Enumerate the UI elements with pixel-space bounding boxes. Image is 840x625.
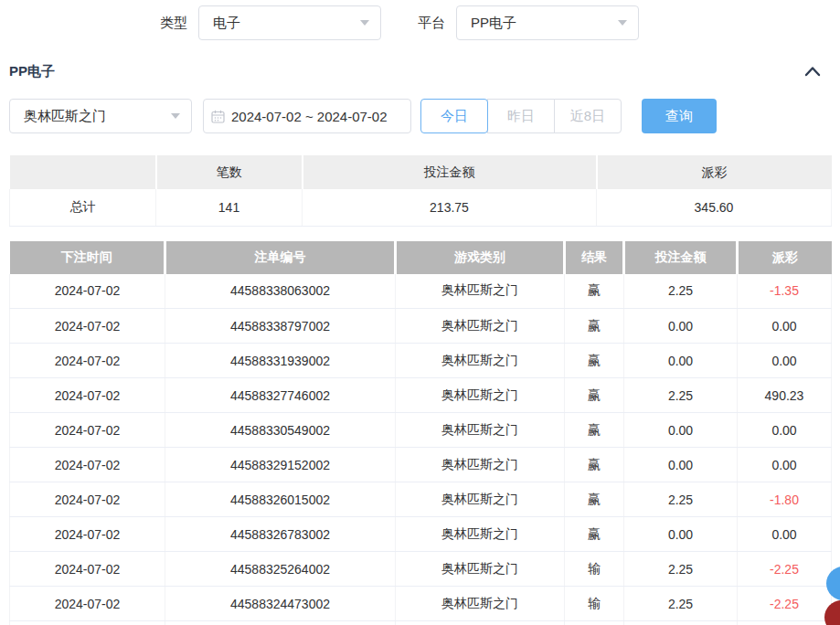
order-number-cell: 44588325264002 bbox=[165, 552, 396, 587]
order-number-cell: 44588331939002 bbox=[165, 344, 396, 378]
summary-header-payout: 派彩 bbox=[597, 155, 832, 189]
summary-total-row: 总计 141 213.75 345.60 bbox=[10, 189, 832, 226]
type-select[interactable]: 电子 bbox=[198, 5, 381, 40]
bet-time-cell: 2024-07-02 bbox=[10, 274, 165, 309]
result-cell: 赢 bbox=[565, 448, 624, 482]
chevron-down-icon bbox=[360, 20, 369, 26]
game-category-cell: 奥林匹斯之门 bbox=[396, 517, 565, 552]
section-title: PP电子 bbox=[9, 63, 55, 80]
bet-records-table: 下注时间 注单编号 游戏类别 结果 投注金额 派彩 2024-07-02 445… bbox=[9, 241, 832, 625]
result-cell: 赢 bbox=[565, 344, 624, 378]
order-number-cell bbox=[165, 621, 396, 625]
calendar-icon bbox=[211, 110, 225, 123]
summary-total-bet: 213.75 bbox=[303, 189, 597, 226]
summary-header-empty bbox=[10, 155, 156, 189]
result-cell: 输 bbox=[565, 552, 624, 587]
order-number-cell: 44588330549002 bbox=[165, 413, 396, 448]
bet-time-cell: 2024-07-02 bbox=[10, 482, 165, 517]
bet-time-cell: 2024-07-02 bbox=[10, 413, 165, 448]
game-category-cell: 奥林匹斯之门 bbox=[396, 482, 565, 517]
section-header: PP电子 bbox=[9, 62, 821, 80]
bet-amount-cell: 0.00 bbox=[624, 309, 738, 344]
platform-select[interactable]: PP电子 bbox=[456, 5, 639, 40]
bet-amount-cell: 2.25 bbox=[624, 274, 738, 309]
collapse-section-button[interactable] bbox=[804, 66, 821, 77]
result-cell: 赢 bbox=[565, 274, 624, 309]
bet-amount-cell: 0.00 bbox=[624, 344, 738, 378]
summary-header-bet: 投注金额 bbox=[303, 155, 597, 189]
summary-header-row: 笔数 投注金额 派彩 bbox=[10, 155, 832, 189]
header-order-number: 注单编号 bbox=[165, 241, 396, 274]
payout-cell bbox=[738, 621, 832, 625]
result-cell: 赢 bbox=[565, 413, 624, 448]
summary-total-count: 141 bbox=[156, 189, 303, 226]
type-select-value: 电子 bbox=[213, 15, 360, 32]
last-8-days-button[interactable]: 近8日 bbox=[554, 99, 622, 133]
game-category-cell: 奥林匹斯之门 bbox=[396, 309, 565, 344]
bet-time-cell: 2024-07-02 bbox=[10, 378, 165, 413]
table-row: 2024-07-02 44588327746002 奥林匹斯之门 赢 2.25 … bbox=[10, 378, 832, 413]
platform-select-value: PP电子 bbox=[471, 15, 618, 32]
bet-time-cell: 2024-07-02 bbox=[10, 552, 165, 587]
bet-amount-cell bbox=[624, 621, 738, 625]
result-cell: 赢 bbox=[565, 517, 624, 552]
payout-cell: 0.00 bbox=[738, 448, 832, 482]
quick-date-button-group: 今日 昨日 近8日 bbox=[420, 99, 622, 133]
table-row: 2024-07-02 44588326015002 奥林匹斯之门 赢 2.25 … bbox=[10, 482, 832, 517]
table-row: 2024-07-02 44588330549002 奥林匹斯之门 赢 0.00 … bbox=[10, 413, 832, 448]
summary-header-count: 笔数 bbox=[156, 155, 303, 189]
bet-amount-cell: 0.00 bbox=[624, 413, 738, 448]
result-cell: 赢 bbox=[565, 309, 624, 344]
summary-total-label: 总计 bbox=[10, 189, 156, 226]
payout-cell: 490.23 bbox=[738, 378, 832, 413]
payout-cell: 0.00 bbox=[738, 413, 832, 448]
date-range-picker[interactable]: 2024-07-02 ~ 2024-07-02 bbox=[203, 99, 411, 133]
order-number-cell: 44588338063002 bbox=[165, 274, 396, 309]
table-row: 2024-07-02 44588326783002 奥林匹斯之门 赢 0.00 … bbox=[10, 517, 832, 552]
bet-time-cell: 2024-07-02 bbox=[10, 344, 165, 378]
game-category-cell: 奥林匹斯之门 bbox=[396, 448, 565, 482]
payout-cell: -2.25 bbox=[738, 552, 832, 587]
game-category-cell: 奥林匹斯之门 bbox=[396, 274, 565, 309]
order-number-cell: 44588326015002 bbox=[165, 482, 396, 517]
game-category-cell: 奥林匹斯之门 bbox=[396, 552, 565, 587]
result-cell bbox=[565, 621, 624, 625]
detail-table-body: 2024-07-02 44588338063002 奥林匹斯之门 赢 2.25 … bbox=[10, 274, 832, 625]
detail-header-row: 下注时间 注单编号 游戏类别 结果 投注金额 派彩 bbox=[10, 241, 832, 274]
header-result: 结果 bbox=[565, 241, 624, 274]
yesterday-button[interactable]: 昨日 bbox=[487, 99, 555, 133]
header-game-category: 游戏类别 bbox=[396, 241, 565, 274]
top-filter-bar: 类型 电子 平台 PP电子 bbox=[0, 5, 840, 40]
date-range-value: 2024-07-02 ~ 2024-07-02 bbox=[231, 109, 388, 124]
header-bet-time: 下注时间 bbox=[10, 241, 165, 274]
payout-cell: 0.00 bbox=[738, 344, 832, 378]
table-row: 2024-07-02 44588331939002 奥林匹斯之门 赢 0.00 … bbox=[10, 344, 832, 378]
table-row: 2024-07-02 44588338063002 奥林匹斯之门 赢 2.25 … bbox=[10, 274, 832, 309]
result-cell: 赢 bbox=[565, 482, 624, 517]
payout-cell: 0.00 bbox=[738, 517, 832, 552]
chevron-up-icon bbox=[804, 66, 821, 77]
game-select[interactable]: 奥林匹斯之门 bbox=[9, 99, 192, 133]
bet-amount-cell: 2.25 bbox=[624, 378, 738, 413]
payout-cell: -1.80 bbox=[738, 482, 832, 517]
type-filter-label: 类型 bbox=[160, 15, 187, 32]
table-row bbox=[10, 621, 832, 625]
bet-amount-cell: 0.00 bbox=[624, 517, 738, 552]
query-toolbar: 奥林匹斯之门 2024-07-02 ~ 2024-07-02 今日 昨日 近8日… bbox=[9, 99, 831, 133]
header-payout: 派彩 bbox=[738, 241, 832, 274]
today-button[interactable]: 今日 bbox=[420, 99, 488, 133]
bet-time-cell: 2024-07-02 bbox=[10, 587, 165, 621]
header-bet-amount: 投注金额 bbox=[624, 241, 738, 274]
table-row: 2024-07-02 44588338797002 奥林匹斯之门 赢 0.00 … bbox=[10, 309, 832, 344]
bet-amount-cell: 2.25 bbox=[624, 552, 738, 587]
order-number-cell: 44588329152002 bbox=[165, 448, 396, 482]
order-number-cell: 44588326783002 bbox=[165, 517, 396, 552]
bet-time-cell: 2024-07-02 bbox=[10, 517, 165, 552]
game-category-cell bbox=[396, 621, 565, 625]
chevron-down-icon bbox=[171, 113, 180, 119]
search-button[interactable]: 查询 bbox=[642, 99, 717, 133]
bet-time-cell: 2024-07-02 bbox=[10, 448, 165, 482]
payout-cell: -1.35 bbox=[738, 274, 832, 309]
bet-time-cell: 2024-07-02 bbox=[10, 309, 165, 344]
bet-time-cell bbox=[10, 621, 165, 625]
